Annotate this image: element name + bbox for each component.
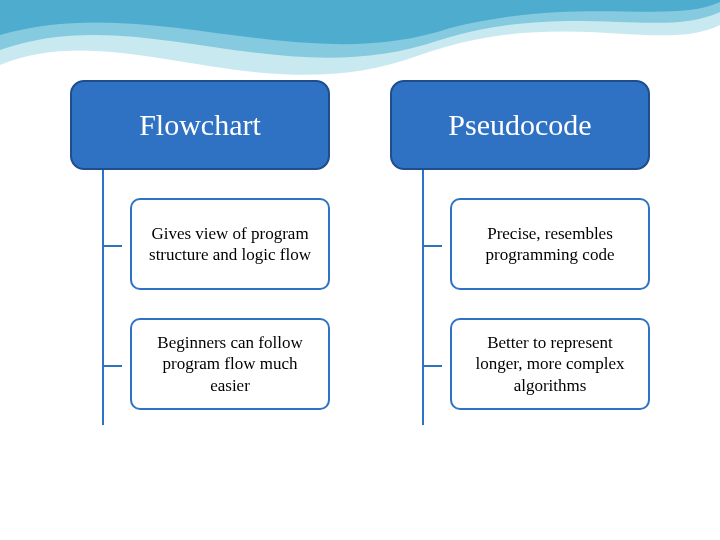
child-text: Beginners can follow program flow much e… — [142, 332, 318, 396]
child-text: Precise, resembles programming code — [462, 223, 638, 266]
diagram-container: Flowchart Gives view of program structur… — [0, 80, 720, 410]
column-pseudocode: Pseudocode Precise, resembles programmin… — [380, 80, 660, 410]
column-flowchart: Flowchart Gives view of program structur… — [60, 80, 340, 410]
child-text: Better to represent longer, more complex… — [462, 332, 638, 396]
child-text: Gives view of program structure and logi… — [142, 223, 318, 266]
connector-elbow — [102, 245, 122, 247]
child-box: Gives view of program structure and logi… — [130, 198, 330, 290]
header-pseudocode-label: Pseudocode — [448, 108, 591, 142]
header-flowchart: Flowchart — [70, 80, 330, 170]
connector-elbow — [102, 365, 122, 367]
connector-trunk — [102, 170, 104, 425]
connector-elbow — [422, 245, 442, 247]
children-flowchart: Gives view of program structure and logi… — [70, 198, 330, 410]
child-box: Better to represent longer, more complex… — [450, 318, 650, 410]
children-pseudocode: Precise, resembles programming code Bett… — [390, 198, 650, 410]
header-flowchart-label: Flowchart — [139, 108, 261, 142]
child-box: Beginners can follow program flow much e… — [130, 318, 330, 410]
child-box: Precise, resembles programming code — [450, 198, 650, 290]
connector-trunk — [422, 170, 424, 425]
header-pseudocode: Pseudocode — [390, 80, 650, 170]
connector-elbow — [422, 365, 442, 367]
